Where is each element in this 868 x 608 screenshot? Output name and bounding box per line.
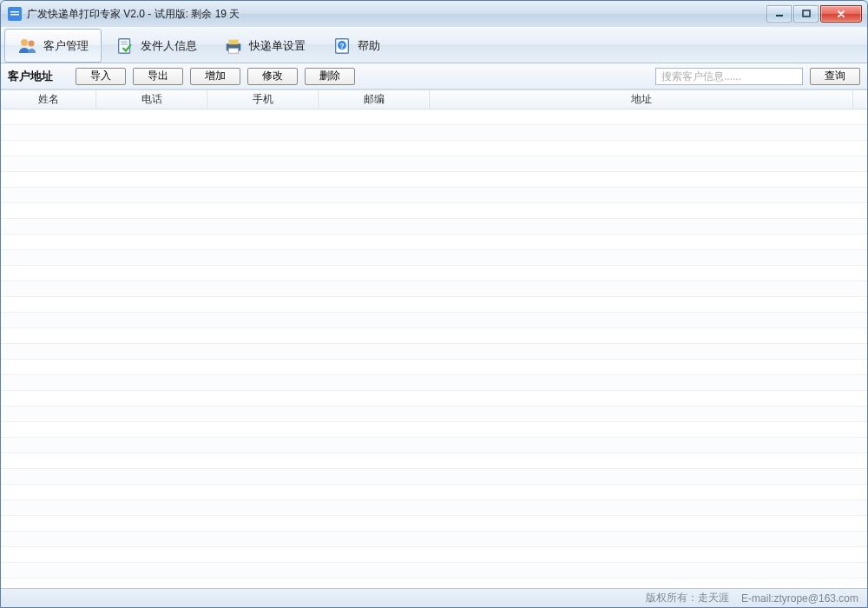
printer-icon (223, 36, 244, 56)
close-button[interactable] (820, 5, 862, 23)
tab-label: 帮助 (358, 38, 380, 54)
table-row (1, 266, 867, 281)
table-row (1, 297, 867, 313)
window-title: 广发快递单打印专家 V2.0 - 试用版: 剩余 19 天 (27, 7, 766, 22)
tab-label: 客户管理 (43, 38, 89, 54)
svg-point-5 (21, 39, 28, 46)
col-addr[interactable]: 地址 (430, 90, 853, 109)
maximize-button[interactable] (793, 5, 819, 23)
table-row (1, 563, 867, 578)
table-row (1, 344, 867, 360)
status-bar: 版权所有：走天涯 E-mail:ztyrope@163.com (1, 588, 867, 607)
table-row (1, 188, 867, 203)
svg-rect-12 (229, 48, 239, 53)
search-button[interactable]: 查询 (810, 68, 860, 85)
col-scrollpad (853, 90, 867, 109)
window-controls (766, 5, 862, 23)
tab-label: 发件人信息 (141, 38, 197, 54)
table-row (1, 313, 867, 328)
minimize-button[interactable] (766, 5, 792, 23)
table-row (1, 156, 867, 172)
app-window: 广发快递单打印专家 V2.0 - 试用版: 剩余 19 天 客户管理 发件人 (0, 0, 868, 608)
svg-point-6 (29, 40, 35, 46)
email-text: E-mail:ztyrope@163.com (741, 592, 858, 605)
export-button[interactable]: 导出 (133, 68, 183, 85)
tab-sender-info[interactable]: 发件人信息 (102, 29, 210, 63)
table-row (1, 250, 867, 266)
table-row (1, 453, 867, 469)
table-row (1, 375, 867, 391)
table-header: 姓名 电话 手机 邮编 地址 (1, 90, 867, 109)
table-row (1, 422, 867, 438)
help-icon: ? (332, 36, 352, 56)
table-row (1, 141, 867, 156)
tab-waybill-settings[interactable]: 快递单设置 (210, 29, 319, 63)
table-row (1, 125, 867, 141)
table-row (1, 469, 867, 485)
table-row (1, 485, 867, 500)
svg-rect-2 (10, 14, 19, 16)
table-row (1, 406, 867, 422)
table-row (1, 328, 867, 344)
svg-rect-3 (776, 15, 783, 17)
col-zip[interactable]: 邮编 (319, 90, 430, 109)
table-row (1, 391, 867, 406)
table-row (1, 578, 867, 588)
svg-rect-9 (121, 43, 127, 44)
col-name[interactable]: 姓名 (1, 90, 96, 109)
col-tel[interactable]: 电话 (96, 90, 207, 109)
tab-customer-management[interactable]: 客户管理 (4, 29, 102, 63)
tab-help[interactable]: ? 帮助 (319, 29, 393, 63)
table-body[interactable] (1, 109, 867, 588)
delete-button[interactable]: 删除 (305, 68, 355, 85)
svg-rect-11 (229, 39, 239, 44)
table-row (1, 438, 867, 453)
table-row (1, 203, 867, 219)
table-row (1, 516, 867, 532)
table-row (1, 532, 867, 547)
table-row (1, 219, 867, 235)
svg-rect-1 (10, 11, 19, 13)
svg-rect-8 (121, 41, 127, 42)
import-button[interactable]: 导入 (76, 68, 126, 85)
svg-rect-7 (119, 38, 130, 53)
add-button[interactable]: 增加 (190, 68, 240, 85)
titlebar: 广发快递单打印专家 V2.0 - 试用版: 剩余 19 天 (1, 1, 867, 27)
table-row (1, 547, 867, 563)
section-label: 客户地址 (8, 69, 53, 84)
svg-text:?: ? (339, 42, 344, 50)
action-bar: 客户地址 导入 导出 增加 修改 删除 查询 (1, 63, 867, 89)
table-row (1, 235, 867, 250)
col-mobile[interactable]: 手机 (207, 90, 319, 109)
svg-rect-4 (803, 10, 810, 17)
edit-button[interactable]: 修改 (247, 68, 298, 85)
copyright-text: 版权所有：走天涯 (646, 591, 729, 605)
table-row (1, 172, 867, 188)
form-check-icon (115, 36, 135, 56)
main-toolbar: 客户管理 发件人信息 快递单设置 ? 帮助 (1, 27, 867, 63)
table-row (1, 281, 867, 297)
search-input[interactable] (655, 68, 803, 85)
customer-table: 姓名 电话 手机 邮编 地址 (1, 89, 867, 588)
table-row (1, 360, 867, 375)
tab-label: 快递单设置 (249, 38, 306, 54)
people-icon (17, 36, 38, 56)
app-icon (8, 7, 22, 21)
table-row (1, 500, 867, 516)
table-row (1, 109, 867, 125)
